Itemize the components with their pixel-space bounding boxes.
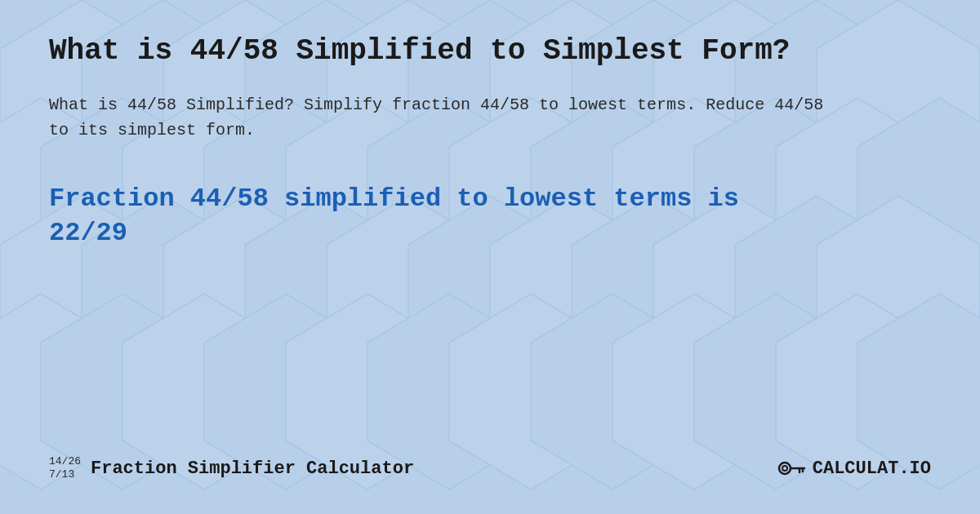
svg-point-48 [782, 466, 787, 471]
logo-icon [777, 454, 806, 483]
page-title: What is 44/58 Simplified to Simplest For… [49, 33, 866, 69]
result-title: Fraction 44/58 simplified to lowest term… [49, 182, 825, 250]
footer-fractions: 14/26 7/13 [49, 455, 81, 481]
footer-fraction1: 14/26 [49, 455, 81, 468]
page-description: What is 44/58 Simplified? Simplify fract… [49, 92, 825, 143]
footer-logo: CALCULAT.IO [777, 454, 931, 483]
result-section: Fraction 44/58 simplified to lowest term… [49, 182, 931, 454]
svg-point-47 [779, 463, 791, 474]
footer-fraction2: 7/13 [49, 468, 81, 481]
footer: 14/26 7/13 Fraction Simplifier Calculato… [49, 454, 931, 490]
footer-brand: Fraction Simplifier Calculator [91, 459, 414, 479]
logo-text: CALCULAT.IO [813, 459, 931, 479]
